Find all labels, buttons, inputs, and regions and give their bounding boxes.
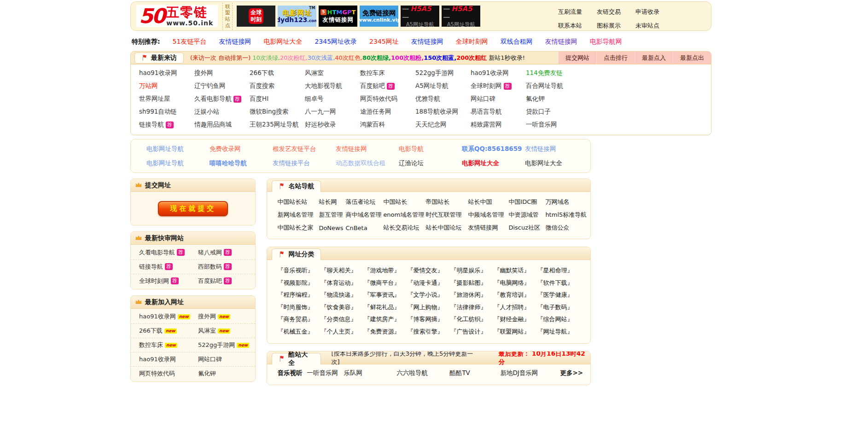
site-logo[interactable]: 50 五零链 www.50.ink [136, 5, 218, 27]
site-link[interactable]: 猪八戒网荐 [198, 248, 255, 257]
visits-action-button[interactable]: 点击排行 [596, 52, 635, 64]
category-link[interactable]: 『动漫卡通』 [407, 277, 450, 289]
visits-action-button[interactable]: 提交网站 [558, 52, 596, 64]
category-link[interactable]: 『医学健康』 [537, 289, 580, 301]
category-link[interactable]: 『软件下载』 [537, 277, 580, 289]
friend-link[interactable]: 友情链接网 [525, 142, 588, 156]
header-nav-link[interactable]: 图标展示 [597, 22, 621, 30]
category-link[interactable]: 『教育培训』 [494, 289, 537, 301]
banner-h5a5-1[interactable]: —H5A5— A5网址导航 [401, 6, 439, 27]
category-link[interactable]: 『分类信息』 [320, 313, 364, 326]
famous-site-link[interactable]: enom域名管理 [383, 208, 425, 221]
special-link[interactable]: 双线合租网 [501, 38, 533, 46]
category-link[interactable]: 『音乐视听』 [277, 265, 320, 277]
special-link[interactable]: 51友链平台 [173, 38, 207, 46]
famous-site-link[interactable]: 中资源域管 [508, 208, 545, 221]
special-link[interactable]: 2345网址收录 [315, 38, 357, 46]
category-link[interactable]: 『财经金融』 [494, 313, 537, 326]
site-link[interactable]: 氟化钾 [526, 92, 581, 105]
category-link[interactable]: 『电子数码』 [537, 301, 580, 314]
banner-cnlink[interactable]: 免费链接网 www.cnlink.vip [360, 6, 398, 27]
site-link[interactable]: 途游任务网 [360, 105, 415, 118]
category-link[interactable]: 『人才招聘』 [494, 301, 537, 314]
special-link[interactable]: 全球时刻网 [456, 38, 488, 46]
famous-site-link[interactable]: 站长网 [319, 196, 345, 208]
famous-site-link[interactable]: 中国站长之家 [277, 221, 319, 234]
site-link[interactable]: hao91收录网 [139, 67, 194, 80]
site-link[interactable]: 百度搜索 [250, 80, 305, 92]
site-link[interactable]: 易语言导航 [471, 105, 526, 118]
category-link[interactable]: 『综合网站』 [537, 313, 580, 326]
category-link[interactable]: 『爱情交友』 [407, 265, 450, 277]
site-link[interactable]: 搜外网 [194, 67, 250, 80]
friend-link[interactable]: 电影网址导航 [146, 142, 210, 156]
site-link[interactable]: 氟化钾 [198, 369, 255, 378]
cool-site-link[interactable]: 六六啦导航 [396, 369, 449, 377]
site-link[interactable]: 全球时刻网荐 [139, 277, 198, 285]
category-link[interactable]: 『广告设计』 [450, 326, 494, 338]
cool-site-link[interactable]: 酷酷TV [449, 369, 500, 377]
site-link[interactable]: 优雅导航 [415, 92, 471, 105]
site-link[interactable]: 网站口碑 [471, 92, 526, 105]
banner-dianyingwangzhi[interactable]: TM 电影网址 dydh123.com [278, 6, 316, 27]
site-link[interactable]: 数控车床new [139, 341, 198, 349]
category-link[interactable]: 『网址导航』 [537, 326, 580, 338]
category-link[interactable]: 『法律律师』 [450, 301, 494, 314]
famous-site-link[interactable]: 新网域名管理 [277, 208, 319, 221]
site-link[interactable]: 鸿蒙百科 [360, 118, 415, 131]
site-link[interactable]: sh991自动链 [139, 105, 194, 118]
site-link[interactable]: 世界网址屋 [139, 92, 194, 105]
site-link[interactable]: 八一九一网 [305, 105, 360, 118]
category-link[interactable]: 『网上购物』 [407, 301, 450, 314]
friend-link[interactable]: 电影网址大全 [462, 156, 525, 170]
site-link[interactable]: 西部数码荐 [198, 263, 255, 271]
category-link[interactable]: 『建筑房产』 [364, 313, 407, 326]
site-link[interactable]: hao91收录网new [139, 312, 198, 321]
visits-action-button[interactable]: 最新点出 [673, 52, 711, 64]
header-nav-link[interactable]: 申请收录 [635, 8, 659, 16]
site-link[interactable]: 辽宁钓鱼网 [194, 80, 250, 92]
site-link[interactable]: 百度HI [250, 92, 305, 105]
site-link[interactable]: 链接导航荐 [139, 263, 198, 271]
category-link[interactable]: 『幽默笑话』 [494, 265, 537, 277]
category-link[interactable]: 『时尚服饰』 [277, 301, 320, 314]
category-link[interactable]: 『明星娱乐』 [450, 265, 494, 277]
friend-link[interactable]: 友情链接平台 [273, 156, 336, 170]
site-link[interactable]: 百合网址导航 [526, 80, 581, 92]
site-link[interactable]: 188导航收录网 [415, 105, 471, 118]
famous-site-link[interactable]: 微信公众 [545, 221, 590, 234]
site-link[interactable]: 贷款口子 [526, 105, 581, 118]
friend-link[interactable]: 免费收录网 [210, 142, 273, 156]
site-link[interactable]: 大地影视导航 [305, 80, 360, 92]
friend-link[interactable]: 辽渔论坛 [399, 156, 462, 170]
famous-site-link[interactable]: 新互管理 [319, 208, 345, 221]
famous-site-link[interactable]: 时代互联管理 [425, 208, 468, 221]
banner-h5a5-2[interactable]: —H5A5— A5网址导航 [442, 6, 480, 27]
cool-site-link[interactable]: 一听音乐网 [307, 369, 344, 377]
cool-site-link[interactable]: 新地DJ音乐网 [500, 369, 560, 377]
site-link[interactable]: 266下载new [139, 327, 198, 335]
famous-site-link[interactable]: 落伍者论坛 [345, 196, 383, 208]
site-link[interactable]: 微软Bing搜索 [250, 105, 305, 118]
site-link[interactable]: 精致露营网 [471, 118, 526, 131]
site-link[interactable]: A5网址导航 [415, 80, 471, 92]
famous-site-link[interactable]: 站长中国 [468, 196, 508, 208]
famous-site-link[interactable]: 站长交易论坛 [383, 221, 425, 234]
category-link[interactable]: 『鲜花礼品』 [364, 301, 407, 314]
category-link[interactable]: 『摄影贴图』 [450, 277, 494, 289]
more-link[interactable]: 更多>> [560, 369, 583, 377]
site-link[interactable]: 百度贴吧荐 [360, 80, 415, 92]
category-link[interactable]: 『视频影院』 [277, 277, 320, 289]
famous-site-link[interactable]: 商中域名管理 [345, 208, 383, 221]
category-link[interactable]: 『游戏地带』 [364, 265, 407, 277]
site-link[interactable]: 链接导航荐 [139, 118, 194, 131]
site-link[interactable]: 风淋室 [305, 67, 360, 80]
friend-link[interactable]: 电影网址大全 [525, 156, 588, 170]
banner-htmgpt[interactable]: 5 HTMGPT 友情链接网 [319, 6, 357, 27]
site-link[interactable]: 细卓号 [305, 92, 360, 105]
friend-link[interactable]: 电影网址导航 [146, 156, 210, 170]
category-link[interactable]: 『聊天相关』 [320, 265, 364, 277]
site-link[interactable]: hao91收录网 [139, 355, 198, 364]
friend-link[interactable]: 友情链接网 [336, 142, 399, 156]
special-link[interactable]: 电影导航网 [590, 38, 622, 46]
